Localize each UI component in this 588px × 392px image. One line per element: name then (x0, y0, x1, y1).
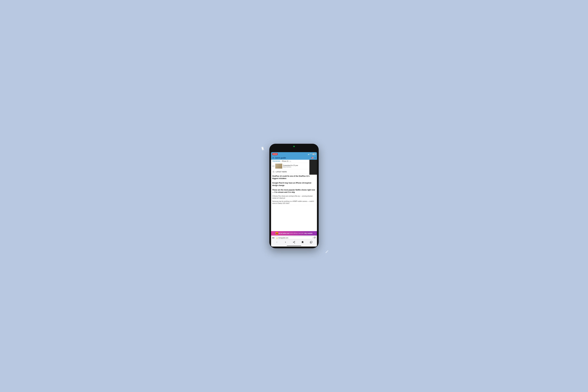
sky-ad-subtext: when taking a new plan (290, 232, 304, 234)
pen-icon (325, 250, 329, 254)
sky-ad-close[interactable]: ✕ (314, 232, 316, 234)
battery-indicator: 64% (312, 153, 316, 155)
bookmark-button[interactable] (300, 240, 305, 244)
sky-brand: sky mobile (304, 232, 312, 234)
pen-icon-container (325, 250, 329, 254)
sky-ad-text: at no extra cost (279, 232, 290, 234)
tabs-button[interactable] (309, 240, 313, 244)
mic-icon (260, 147, 265, 151)
trending-item-1[interactable]: iPhone 15 (282, 160, 288, 162)
share-button[interactable] (292, 240, 296, 244)
status-bar: 14:12 (271, 152, 317, 156)
refresh-button[interactable] (314, 236, 316, 239)
back-button[interactable] (275, 240, 279, 244)
ad-label: Ad (272, 165, 274, 167)
flag-button[interactable]: 🇺🇸 (311, 157, 314, 159)
mic-icon-container (260, 147, 265, 151)
wifi-icon (310, 153, 312, 155)
news-item-1[interactable]: OnePlus 12 could fix one of the OnePlus … (271, 174, 317, 181)
news-item-2[interactable]: Google Pixel 8 may have an iPhone 14-ins… (271, 181, 317, 188)
hamburger-menu-icon[interactable] (272, 157, 274, 158)
camera-dot (294, 146, 295, 147)
search-button[interactable]: S (314, 157, 316, 159)
news-item-2-title: Google Pixel 8 may have an iPhone 14-ins… (272, 182, 316, 186)
news-item-5-title: Samsung may be working on a 440MP mobile… (272, 200, 316, 204)
news-item-4-title: 3 Disney Plus shows are coming to Blu-ra… (272, 195, 316, 199)
url-field[interactable]: 🔒 tomsguide.com (275, 236, 312, 239)
news-item-3[interactable]: These are the most popular Netflix shows… (271, 188, 317, 194)
lock-icon: 🔒 (276, 237, 278, 238)
ad-image (275, 164, 282, 168)
status-icons: 64% (308, 153, 316, 155)
battery-label: 64% (313, 154, 314, 154)
url-text: tomsguide.com (278, 237, 288, 239)
sky-ad-content: 📺 at no extra cost when taking a new pla… (276, 232, 312, 234)
url-bar-row: AA 🔒 tomsguide.com (271, 236, 317, 240)
trending-label: TRENDING (272, 160, 280, 162)
phone-frame: 14:12 (269, 144, 319, 248)
news-item-1-title: OnePlus 12 could fix one of the OnePlus … (272, 175, 316, 180)
trending-item-2[interactable]: i... (290, 160, 292, 162)
star-icon: ★ (272, 170, 275, 173)
news-item-3-title: These are the most popular Netflix shows… (272, 189, 316, 194)
nav-bar-row (271, 240, 317, 245)
forward-button[interactable] (283, 240, 288, 244)
phone-screen: 14:12 (271, 152, 317, 246)
latest-news-label: LATEST NEWS (276, 171, 287, 173)
home-indicator (287, 246, 301, 246)
news-item-5[interactable]: Samsung may be working on a 440MP mobile… (271, 200, 317, 205)
sky-mobile-ad[interactable]: 📺 at no extra cost when taking a new pla… (271, 231, 317, 236)
news-item-4[interactable]: 3 Disney Plus shows are coming to Blu-ra… (271, 194, 317, 200)
browser-url-bar-container: AA 🔒 tomsguide.com (271, 236, 317, 245)
site-logo[interactable]: tom's guide (275, 157, 310, 159)
browser-header: tom's guide 🇺🇸 S (271, 156, 317, 160)
time-pill: 14:12 (272, 153, 278, 155)
signal-bars-icon (308, 153, 310, 155)
news-section: ★ LATEST NEWS OnePlus 12 could fix one o… (271, 170, 317, 236)
aa-button[interactable]: AA (272, 237, 274, 239)
